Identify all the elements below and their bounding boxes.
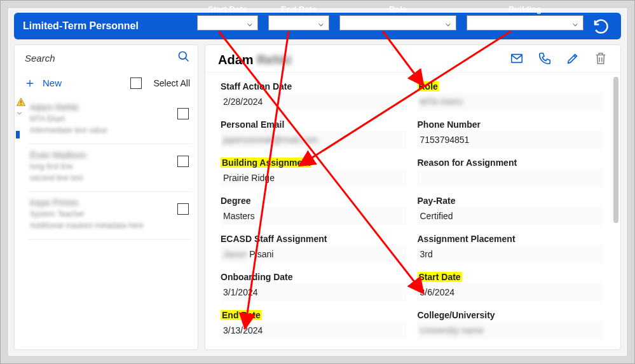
field-label: Building Assignment bbox=[221, 154, 406, 168]
select-all-checkbox[interactable] bbox=[130, 78, 142, 89]
field-label: Assignment Placement bbox=[418, 230, 603, 244]
detail-body: Staff Action Date 2/28/2024 Role MTA Int… bbox=[205, 72, 620, 347]
list-item[interactable]: Evan Madison long first line second line… bbox=[29, 144, 191, 192]
field-value: University name bbox=[418, 321, 603, 339]
filter-label: Building bbox=[509, 4, 542, 14]
field-label: Phone Number bbox=[418, 116, 603, 130]
pencil-icon bbox=[566, 51, 580, 65]
field-value: Masters bbox=[221, 207, 406, 225]
field-staff-action-date: Staff Action Date 2/28/2024 bbox=[218, 75, 409, 113]
field-college-university: College/University University name bbox=[415, 304, 606, 342]
field-start-date: Start Date 3/6/2024 bbox=[415, 266, 606, 304]
list-item-sub: Intermediate text value bbox=[30, 125, 190, 136]
list-item-checkbox[interactable] bbox=[177, 156, 189, 167]
call-button[interactable] bbox=[538, 51, 552, 68]
field-onboarding-date: Onboarding Date 3/1/2024 bbox=[218, 266, 409, 304]
filter-group: Start Date ⌵ End Date ⌵ Role ⌵ Building bbox=[197, 4, 584, 30]
svg-point-0 bbox=[179, 52, 187, 60]
chevron-down-icon: ⌵ bbox=[247, 18, 252, 28]
filter-building-select[interactable]: ⌵ bbox=[467, 15, 584, 30]
field-label: Start Date bbox=[418, 268, 603, 282]
edit-button[interactable] bbox=[566, 51, 580, 68]
field-value: 3/6/2024 bbox=[418, 283, 603, 301]
top-toolbar: Limited-Term Personnel Start Date ⌵ End … bbox=[14, 13, 621, 39]
list-item-checkbox[interactable] bbox=[177, 108, 189, 119]
undo-button[interactable] bbox=[591, 15, 612, 37]
svg-rect-4 bbox=[20, 104, 21, 105]
scrollbar[interactable] bbox=[613, 77, 618, 346]
detail-last-name: Rehki bbox=[257, 53, 291, 67]
filter-label: End Date bbox=[281, 4, 317, 14]
filter-role-select[interactable]: ⌵ bbox=[339, 15, 456, 30]
list-item[interactable]: Adam Rehki MTA Ekart Intermediate text v… bbox=[29, 97, 191, 144]
list-item-sub: System Teacher bbox=[30, 208, 190, 220]
search-row bbox=[15, 45, 198, 68]
record-list: Adam Rehki MTA Ekart Intermediate text v… bbox=[15, 97, 198, 239]
field-value: 2/28/2024 bbox=[221, 93, 406, 111]
filter-end-date: End Date ⌵ bbox=[268, 4, 329, 30]
filter-label: Role bbox=[389, 4, 407, 14]
mail-icon bbox=[510, 51, 524, 65]
field-role: Role MTA Intern bbox=[415, 75, 606, 113]
field-value: 7153794851 bbox=[418, 131, 603, 149]
filter-start-date: Start Date ⌵ bbox=[197, 4, 258, 30]
list-item[interactable]: Kaye Primm System Teacher Additional mas… bbox=[29, 192, 191, 239]
new-button[interactable]: New bbox=[43, 78, 124, 88]
field-end-date: End Date 3/13/2024 bbox=[218, 304, 409, 342]
filter-start-date-select[interactable]: ⌵ bbox=[197, 15, 258, 30]
search-icon[interactable] bbox=[177, 50, 190, 65]
field-building-assignment: Building Assignment Prairie Ridge bbox=[218, 151, 409, 189]
undo-icon bbox=[592, 17, 611, 36]
svg-line-6 bbox=[574, 55, 576, 57]
filter-end-date-select[interactable]: ⌵ bbox=[268, 15, 329, 30]
field-assignment-placement: Assignment Placement 3rd bbox=[415, 227, 606, 266]
field-label: Role bbox=[418, 78, 603, 91]
expand-toggle[interactable]: ⌵ bbox=[17, 107, 22, 116]
app-title: Limited-Term Personnel bbox=[23, 20, 182, 32]
field-label: College/University bbox=[418, 306, 603, 320]
record-list-panel: ＋ New Select All ⌵ Adam Rehki MTA Ekart … bbox=[14, 44, 198, 350]
mail-button[interactable] bbox=[510, 51, 524, 68]
field-label: ECASD Staff Assignment bbox=[221, 230, 406, 244]
field-value: 3rd bbox=[418, 245, 603, 263]
chevron-down-icon: ⌵ bbox=[446, 18, 451, 28]
list-item-sub: Additional masked metadata here bbox=[30, 220, 190, 231]
field-value: 3/13/2024 bbox=[221, 321, 406, 339]
list-item-sub: MTA Ekart bbox=[30, 113, 190, 125]
detail-actions bbox=[510, 51, 608, 68]
svg-line-1 bbox=[186, 58, 189, 62]
scrollbar-thumb[interactable] bbox=[613, 77, 618, 223]
list-item-title: Evan Madison bbox=[30, 149, 190, 161]
field-value: Jason Pisani bbox=[221, 245, 406, 263]
plus-icon: ＋ bbox=[24, 74, 36, 91]
field-phone-number: Phone Number 7153794851 bbox=[415, 113, 606, 151]
delete-button[interactable] bbox=[594, 51, 608, 68]
field-label: Personal Email bbox=[221, 116, 406, 130]
detail-first-name: Adam bbox=[218, 53, 254, 67]
field-label: Pay-Rate bbox=[418, 192, 603, 206]
field-ecasd-staff-assignment: ECASD Staff Assignment Jason Pisani bbox=[218, 227, 409, 266]
field-degree: Degree Masters bbox=[218, 189, 409, 227]
field-value: Certified bbox=[418, 207, 603, 225]
field-reason-for-assignment: Reason for Assignment bbox=[415, 151, 606, 189]
detail-header: Adam Rehki bbox=[205, 45, 620, 72]
field-label: Degree bbox=[221, 192, 406, 206]
field-label: Reason for Assignment bbox=[418, 154, 603, 168]
list-item-sub: second line text bbox=[30, 172, 190, 184]
app-frame: Limited-Term Personnel Start Date ⌵ End … bbox=[0, 0, 635, 364]
search-input[interactable] bbox=[24, 52, 177, 64]
field-label: Staff Action Date bbox=[221, 78, 406, 91]
list-item-sub: long first line bbox=[30, 161, 190, 172]
chevron-down-icon: ⌵ bbox=[573, 18, 578, 28]
field-value: japersonmail@mail.com bbox=[221, 131, 406, 149]
filter-role: Role ⌵ bbox=[339, 4, 456, 30]
field-value bbox=[418, 169, 603, 187]
list-item-title: Adam Rehki bbox=[30, 102, 190, 113]
list-item-checkbox[interactable] bbox=[177, 203, 189, 215]
list-item-title: Kaye Primm bbox=[30, 197, 190, 208]
new-row: ＋ New Select All bbox=[15, 68, 198, 97]
detail-title: Adam Rehki bbox=[218, 53, 510, 67]
chevron-down-icon: ⌵ bbox=[318, 18, 324, 28]
field-value: Prairie Ridge bbox=[221, 169, 406, 187]
field-pay-rate: Pay-Rate Certified bbox=[415, 189, 606, 227]
